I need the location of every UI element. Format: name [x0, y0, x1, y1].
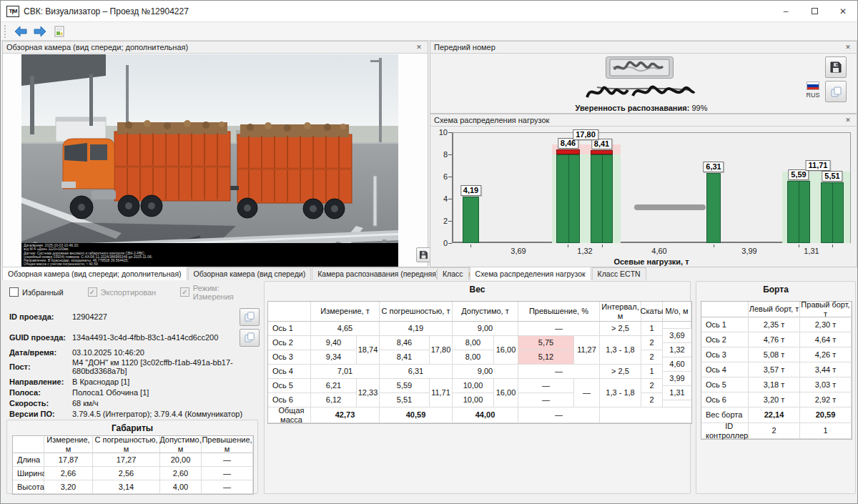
group-interval: 1,3 - 1,8: [600, 336, 641, 365]
axle-spacing-label: 3,69: [511, 247, 526, 255]
sides-value: 3,44 т: [800, 362, 852, 377]
arrow-left-icon: [14, 26, 27, 37]
spacing-stub: [663, 322, 691, 329]
sides-axle-label: Ось 4: [701, 362, 749, 377]
sides-value: 2,30 т: [800, 317, 852, 332]
tab-camera-2[interactable]: Камера распознавания (передняя): [312, 267, 444, 280]
axle-bar-excess-2: [556, 149, 580, 154]
axle-bar-1: [463, 197, 479, 243]
dims-value: 2,56: [93, 467, 160, 480]
chart-panel-header: Схема распределения нагрузок ✕: [430, 114, 857, 127]
axle-label: Ось 6: [268, 393, 311, 407]
y-axis-tick: [448, 221, 452, 222]
save-image-button[interactable]: [416, 247, 431, 262]
axle-measured: 4,65: [311, 322, 380, 336]
dims-value: 20,00: [160, 453, 202, 467]
group-excess: —: [574, 379, 600, 407]
y-axis-tick: [448, 132, 452, 133]
weight-section: Вес Измерение, тС погрешностью, тДопусти…: [264, 281, 691, 494]
y-axis-tick-label: 6: [433, 172, 448, 181]
checked-checkbox-icon: ✓: [88, 287, 97, 297]
dims-header: [13, 436, 44, 453]
axle-spacing-label: 3,99: [741, 247, 756, 255]
sides-axle-label: Ось 2: [701, 332, 749, 347]
plate-panel-close-icon[interactable]: ✕: [843, 44, 853, 51]
maximize-button[interactable]: [800, 1, 829, 21]
controller-id: 2: [749, 423, 800, 439]
axle-bar-3: [591, 154, 613, 243]
app-logo-icon: Т|М: [6, 6, 19, 17]
axle-excess: —: [518, 365, 600, 379]
detail-value: Полоса1 Обочина [1]: [72, 388, 260, 397]
dims-header: Превышение, м: [202, 436, 253, 453]
sides-total-value: 22,14: [749, 407, 800, 423]
flags-row: Избранный✓Экспортирован✓Режим: Измерения: [9, 287, 260, 297]
sides-header: Правый борт, т: [800, 302, 852, 317]
detail-value: М4 "ДОН" км 1120 [3c02cffb-f1ab-491a-bb1…: [72, 358, 233, 375]
window-title: СВК: Визуализатор – Проезд №12904227: [24, 6, 189, 16]
axle-with-error: 8,46: [380, 336, 430, 350]
tab-analysis-2[interactable]: Класс ECTN: [592, 267, 646, 280]
back-button[interactable]: [12, 24, 29, 39]
checkbox-0[interactable]: Избранный: [9, 287, 64, 297]
detail-label: Направление:: [9, 377, 72, 386]
axle-label: Ось 3: [268, 350, 311, 365]
group-measured: 18,74: [357, 336, 380, 365]
sides-value: 3,03 т: [800, 377, 852, 392]
bar-value-label: 4,19: [460, 185, 481, 196]
detail-value: 3.79.4.5 (Интегратор); 3.79.4.4 (Коммуни…: [72, 410, 260, 418]
copy-icon: [830, 86, 842, 98]
report-button[interactable]: [51, 24, 68, 39]
weight-header-corner: [268, 302, 311, 322]
axle-spacing: 1,32: [663, 343, 691, 357]
photo-overlay-line: Общая масса с учётом погрешности, т 40,5…: [24, 262, 398, 266]
copy-button[interactable]: [240, 308, 260, 326]
recognition-confidence: Уверенность распознавания: 99%: [552, 104, 731, 112]
dual-tire-divider: [832, 183, 833, 242]
copy-button[interactable]: [240, 329, 260, 347]
group-total-label: 11,71: [806, 160, 831, 171]
detail-value: 12904227: [72, 312, 240, 321]
tab-camera-1[interactable]: Обзорная камера (вид спереди): [188, 267, 312, 280]
axle-with-error: 5,59: [380, 379, 430, 393]
dims-value: 3,14: [93, 480, 160, 494]
detail-label: Дата/время:: [9, 348, 72, 357]
copy-plate-button[interactable]: [825, 81, 847, 102]
dims-value: 2,66: [44, 467, 93, 480]
camera-panel-close-icon[interactable]: ✕: [414, 44, 424, 51]
forward-button[interactable]: [31, 24, 49, 39]
license-plate-image: [606, 56, 674, 79]
tab-camera-0[interactable]: Обзорная камера (вид спереди; дополнител…: [2, 267, 187, 280]
analysis-tabbar: КлассСхема распределения нагрузокКласс E…: [430, 267, 647, 280]
y-axis-tick: [448, 154, 452, 155]
titlebar: Т|М СВК: Визуализатор – Проезд №12904227…: [1, 1, 857, 22]
dims-value: 17,87: [44, 453, 93, 467]
dims-header: Допустимо, м: [160, 436, 202, 453]
y-axis-tick-label: 0: [433, 239, 448, 247]
axle-measured: 6,21: [311, 379, 357, 393]
tab-analysis-1[interactable]: Схема распределения нагрузок: [470, 267, 591, 280]
camera-panel-title: Обзорная камера (вид спереди; дополнител…: [6, 43, 188, 51]
group-total-label: 17,80: [573, 129, 598, 140]
controller-label: ID контроллера: [701, 423, 749, 439]
total-measured: 42,73: [311, 407, 380, 423]
chart-panel-close-icon[interactable]: ✕: [843, 117, 853, 124]
x-axis-tick: [602, 244, 603, 247]
minimize-button[interactable]: –: [771, 1, 800, 21]
dims-value: —: [202, 480, 253, 494]
bar-value-label: 5,59: [788, 169, 809, 180]
weight-header: М/о, м: [663, 302, 691, 322]
axle-bar-6: [821, 182, 844, 243]
dimensions-table: Измерение, мС погрешностью, мДопустимо, …: [12, 435, 254, 495]
close-button[interactable]: ✕: [829, 1, 857, 21]
tab-analysis-0[interactable]: Класс: [437, 267, 469, 280]
axle-bar-4: [706, 173, 721, 243]
y-axis-tick-label: 10: [433, 128, 448, 137]
controller-id: 1: [800, 423, 852, 439]
save-plate-button[interactable]: [825, 56, 847, 78]
weight-header: Превышение, %: [518, 302, 600, 322]
load-distribution-panel: Схема распределения нагрузок ✕ 4,198,468…: [430, 114, 857, 267]
checkbox-label: Экспортирован: [101, 288, 157, 297]
toolbar: [1, 22, 857, 41]
detail-label: Скорость:: [9, 399, 72, 407]
